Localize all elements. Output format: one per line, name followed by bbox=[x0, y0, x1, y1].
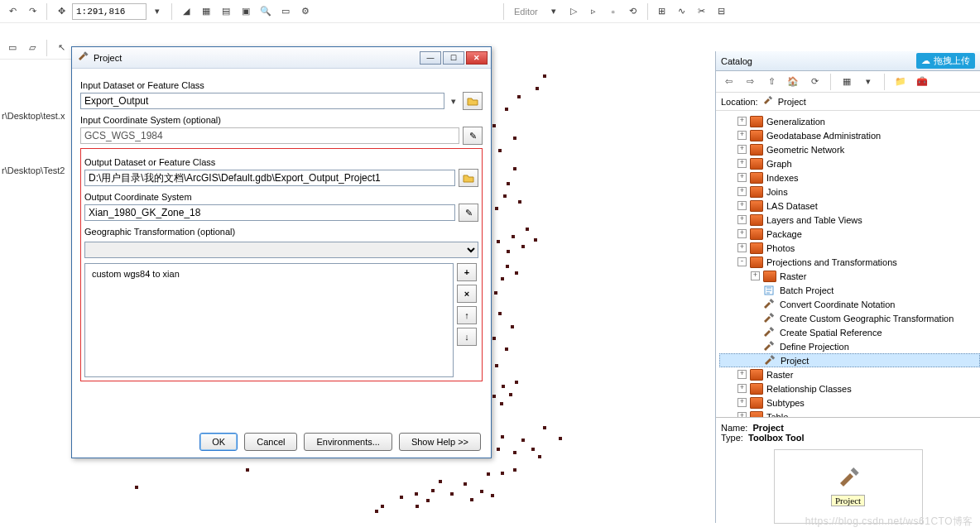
tree-item[interactable]: +Photos bbox=[719, 241, 980, 255]
scale-input[interactable]: 1:291,816 bbox=[72, 3, 147, 20]
edit-trace-icon[interactable]: ∿ bbox=[673, 2, 691, 21]
window-icon[interactable]: ▭ bbox=[276, 2, 295, 21]
tree-item[interactable]: +Graph bbox=[719, 156, 980, 170]
search-icon[interactable]: 🔍 bbox=[257, 2, 275, 21]
tree-item[interactable]: Create Spatial Reference bbox=[719, 325, 980, 339]
expand-icon[interactable]: + bbox=[737, 145, 747, 154]
table-icon[interactable]: ▦ bbox=[197, 2, 215, 21]
output-cs-field[interactable] bbox=[84, 204, 455, 221]
expand-icon[interactable]: + bbox=[737, 215, 747, 224]
tree-item[interactable]: +Geometric Network bbox=[719, 142, 980, 156]
expand-icon[interactable]: + bbox=[737, 131, 747, 140]
back-icon[interactable]: ⇦ bbox=[719, 73, 737, 91]
output-dataset-field[interactable] bbox=[84, 170, 455, 186]
toc-item[interactable]: r\Desktop\test.x bbox=[0, 108, 66, 124]
tool-icon[interactable]: ◢ bbox=[177, 2, 195, 21]
view-icon[interactable]: ▦ bbox=[838, 73, 856, 91]
undo-icon[interactable]: ↶ bbox=[3, 2, 22, 21]
expand-icon[interactable]: + bbox=[737, 229, 747, 238]
remove-button[interactable]: × bbox=[457, 285, 477, 303]
expand-icon[interactable]: + bbox=[751, 271, 760, 280]
browse-input-button[interactable] bbox=[463, 92, 483, 110]
expand-icon[interactable]: + bbox=[737, 243, 747, 252]
tree-item[interactable]: Define Projection bbox=[719, 339, 980, 353]
edit-sketch-icon[interactable]: ▫ bbox=[604, 2, 622, 21]
tree-item[interactable]: -Projections and Transformations bbox=[719, 255, 980, 269]
refresh-icon[interactable]: ⟳ bbox=[805, 73, 824, 91]
clear-icon[interactable]: ▱ bbox=[23, 39, 41, 57]
tree-item[interactable]: +Layers and Table Views bbox=[719, 213, 980, 227]
up-icon[interactable]: ⇧ bbox=[762, 73, 781, 91]
tree-item[interactable]: Create Custom Geographic Transformation bbox=[719, 311, 980, 325]
show-help-button[interactable]: Show Help >> bbox=[399, 433, 481, 451]
expand-icon[interactable]: - bbox=[737, 257, 747, 266]
input-dataset-dropdown-icon[interactable]: ▾ bbox=[448, 92, 459, 110]
tree-item[interactable]: Project bbox=[719, 353, 980, 367]
tree-item[interactable]: +Subtypes bbox=[719, 395, 980, 410]
pointer-icon[interactable]: ↖ bbox=[52, 39, 70, 57]
expand-icon[interactable]: + bbox=[737, 412, 747, 417]
browse-output-button[interactable] bbox=[459, 169, 478, 187]
catalog-tree[interactable]: +Generalization+Geodatabase Administrati… bbox=[716, 111, 980, 417]
input-cs-props-button[interactable]: ✎ bbox=[463, 127, 483, 145]
move-down-button[interactable]: ↓ bbox=[457, 328, 477, 346]
edit-split-icon[interactable]: ✂ bbox=[693, 2, 711, 21]
toolbox-icon[interactable]: 🧰 bbox=[913, 73, 931, 91]
tree-item[interactable]: +LAS Dataset bbox=[719, 199, 980, 213]
edit-merge-icon[interactable]: ⊟ bbox=[713, 2, 731, 21]
cancel-button[interactable]: Cancel bbox=[244, 433, 297, 451]
scale-dropdown-icon[interactable]: ▾ bbox=[148, 2, 166, 21]
expand-icon[interactable]: + bbox=[737, 398, 747, 407]
geo-trans-list[interactable]: custom wgs84 to xian bbox=[84, 263, 454, 377]
tree-item[interactable]: +Package bbox=[719, 227, 980, 241]
fwd-icon[interactable]: ⇨ bbox=[741, 73, 759, 91]
environments-button[interactable]: Environments... bbox=[304, 433, 392, 451]
move-up-button[interactable]: ↑ bbox=[457, 306, 477, 324]
pan-icon[interactable]: ✥ bbox=[52, 2, 70, 21]
editor-dropdown-icon[interactable]: ▾ bbox=[545, 2, 563, 21]
tree-item[interactable]: +Raster bbox=[719, 269, 980, 283]
edit-rotate-icon[interactable]: ⟲ bbox=[624, 2, 642, 21]
minimize-button[interactable]: — bbox=[420, 51, 441, 65]
layers-icon[interactable]: ▤ bbox=[217, 2, 235, 21]
redo-icon[interactable]: ↷ bbox=[23, 2, 41, 21]
output-cs-props-button[interactable]: ✎ bbox=[459, 204, 478, 222]
tree-item[interactable]: +Joins bbox=[719, 185, 980, 199]
home-icon[interactable]: 🏠 bbox=[784, 73, 802, 91]
expand-icon[interactable]: + bbox=[737, 173, 747, 182]
model-icon[interactable]: ⚙ bbox=[296, 2, 315, 21]
ok-button[interactable]: OK bbox=[199, 433, 238, 451]
tree-item[interactable]: +Generalization bbox=[719, 114, 980, 128]
edit-vertex-icon[interactable]: ▹ bbox=[584, 2, 603, 21]
view-dropdown-icon[interactable]: ▾ bbox=[859, 73, 877, 91]
expand-icon[interactable]: + bbox=[737, 384, 747, 393]
tree-item[interactable]: Batch Project bbox=[719, 283, 980, 297]
expand-icon[interactable]: + bbox=[737, 370, 747, 379]
expand-icon[interactable]: + bbox=[737, 159, 747, 168]
input-dataset-field[interactable] bbox=[80, 93, 444, 109]
location-value[interactable]: Project bbox=[778, 97, 806, 107]
tree-item[interactable]: +Indexes bbox=[719, 170, 980, 185]
close-button[interactable]: ✕ bbox=[466, 51, 488, 65]
expand-icon[interactable]: + bbox=[737, 187, 747, 196]
maximize-button[interactable]: ☐ bbox=[443, 51, 464, 65]
svg-rect-3 bbox=[770, 299, 775, 304]
edit-tool-icon[interactable]: ▷ bbox=[564, 2, 583, 21]
list-item[interactable]: custom wgs84 to xian bbox=[92, 269, 446, 279]
edit-snap-icon[interactable]: ⊞ bbox=[653, 2, 671, 21]
geo-trans-select[interactable] bbox=[84, 242, 478, 258]
select-icon[interactable]: ▭ bbox=[3, 39, 22, 57]
connect-folder-icon[interactable]: 📁 bbox=[891, 73, 910, 91]
tree-item[interactable]: +Relationship Classes bbox=[719, 381, 980, 395]
dialog-titlebar[interactable]: Project — ☐ ✕ bbox=[72, 47, 491, 69]
tree-item[interactable]: Convert Coordinate Notation bbox=[719, 297, 980, 311]
upload-button[interactable]: ☁拖拽上传 bbox=[916, 53, 975, 69]
tree-item[interactable]: +Table bbox=[719, 410, 980, 417]
tree-item[interactable]: +Raster bbox=[719, 367, 980, 381]
expand-icon[interactable]: + bbox=[737, 201, 747, 210]
tree-item[interactable]: +Geodatabase Administration bbox=[719, 128, 980, 142]
expand-icon[interactable]: + bbox=[737, 117, 747, 126]
toc-item[interactable]: r\Desktop\Test2 bbox=[0, 162, 66, 179]
add-button[interactable]: + bbox=[457, 263, 477, 281]
catalog-icon[interactable]: ▣ bbox=[237, 2, 255, 21]
